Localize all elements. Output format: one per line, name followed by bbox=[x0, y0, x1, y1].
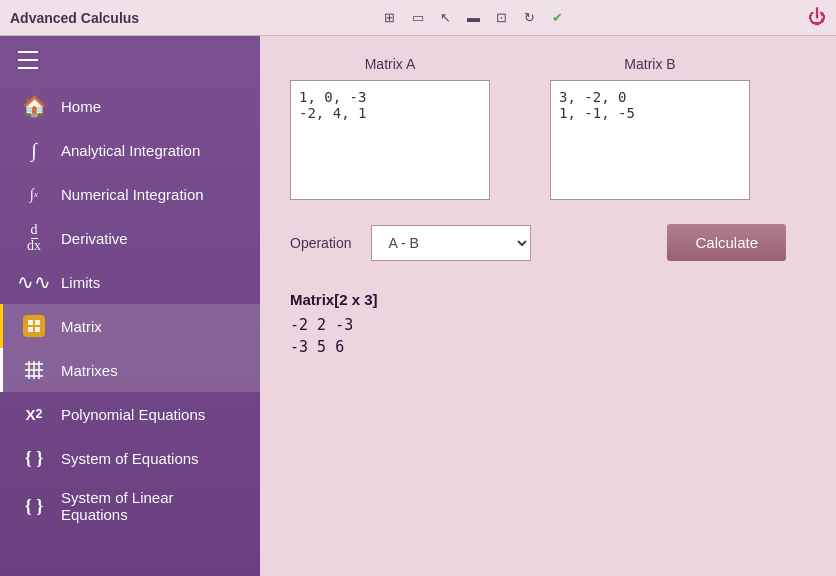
sidebar-item-home[interactable]: 🏠 Home bbox=[0, 84, 260, 128]
home-icon: 🏠 bbox=[21, 93, 47, 119]
derivative-icon: d dx bbox=[21, 225, 47, 251]
matrix-svg bbox=[27, 319, 41, 333]
hamburger-line-1 bbox=[18, 51, 38, 53]
operation-calculate-row: Operation A + B A - B A * B A / B Transp… bbox=[290, 224, 806, 261]
sidebar-item-system-equations[interactable]: { } System of Equations bbox=[0, 436, 260, 480]
toolbar-icon-2[interactable]: ▭ bbox=[407, 7, 429, 29]
toolbar-icon-6[interactable]: ↻ bbox=[519, 7, 541, 29]
system-equations-icon: { } bbox=[21, 445, 47, 471]
operation-label: Operation bbox=[290, 235, 351, 251]
toolbar-icon-5[interactable]: ⊡ bbox=[491, 7, 513, 29]
sidebar-label-analytical: Analytical Integration bbox=[61, 142, 200, 159]
numerical-integral-icon: ∫x bbox=[21, 181, 47, 207]
matrix-b-input[interactable]: 3, -2, 0 1, -1, -5 bbox=[550, 80, 750, 200]
main-layout: 🏠 Home ∫ Analytical Integration ∫x Numer… bbox=[0, 36, 836, 576]
svg-rect-3 bbox=[35, 327, 40, 332]
sidebar-label-limits: Limits bbox=[61, 274, 100, 291]
matrixes-svg bbox=[24, 360, 44, 380]
matrix-b-label: Matrix B bbox=[624, 56, 675, 72]
result-row-2: -3 5 6 bbox=[290, 338, 806, 356]
main-content: Matrix A 1, 0, -3 -2, 4, 1 Matrix B 3, -… bbox=[260, 36, 836, 576]
sidebar-label-home: Home bbox=[61, 98, 101, 115]
svg-rect-1 bbox=[35, 320, 40, 325]
hamburger-line-2 bbox=[18, 59, 38, 61]
matrix-a-label: Matrix A bbox=[365, 56, 416, 72]
sidebar-label-polynomial: Polynomial Equations bbox=[61, 406, 205, 423]
sidebar-item-analytical-integration[interactable]: ∫ Analytical Integration bbox=[0, 128, 260, 172]
sidebar-label-system-linear: System of Linear Equations bbox=[61, 489, 242, 523]
matrix-a-input[interactable]: 1, 0, -3 -2, 4, 1 bbox=[290, 80, 490, 200]
limits-icon: ∿∿ bbox=[21, 269, 47, 295]
matrix-icon bbox=[21, 313, 47, 339]
sidebar-item-derivative[interactable]: d dx Derivative bbox=[0, 216, 260, 260]
top-bar: Advanced Calculus ⊞ ▭ ↖ ▬ ⊡ ↻ ✔ ⏻ bbox=[0, 0, 836, 36]
hamburger-line-3 bbox=[18, 67, 38, 69]
matrix-b-group: Matrix B 3, -2, 0 1, -1, -5 bbox=[550, 56, 750, 200]
result-section: Matrix[2 x 3] -2 2 -3 -3 5 6 bbox=[290, 291, 806, 356]
matrixes-icon bbox=[21, 357, 47, 383]
svg-rect-0 bbox=[28, 320, 33, 325]
toolbar-icon-1[interactable]: ⊞ bbox=[379, 7, 401, 29]
sidebar-label-matrix: Matrix bbox=[61, 318, 102, 335]
power-button[interactable]: ⏻ bbox=[808, 7, 826, 28]
sidebar-item-numerical-integration[interactable]: ∫x Numerical Integration bbox=[0, 172, 260, 216]
sidebar-item-matrixes[interactable]: Matrixes bbox=[0, 348, 260, 392]
matrices-row: Matrix A 1, 0, -3 -2, 4, 1 Matrix B 3, -… bbox=[290, 56, 806, 200]
hamburger-menu[interactable] bbox=[0, 36, 260, 84]
toolbar-icon-3[interactable]: ↖ bbox=[435, 7, 457, 29]
app-title: Advanced Calculus bbox=[10, 10, 139, 26]
sidebar-item-polynomial[interactable]: X2 Polynomial Equations bbox=[0, 392, 260, 436]
sidebar-item-system-linear[interactable]: { } System of Linear Equations bbox=[0, 480, 260, 532]
result-title: Matrix[2 x 3] bbox=[290, 291, 806, 308]
sidebar-label-numerical: Numerical Integration bbox=[61, 186, 204, 203]
sidebar: 🏠 Home ∫ Analytical Integration ∫x Numer… bbox=[0, 36, 260, 576]
sidebar-label-matrixes: Matrixes bbox=[61, 362, 118, 379]
sidebar-item-matrix[interactable]: Matrix bbox=[0, 304, 260, 348]
calculate-button[interactable]: Calculate bbox=[667, 224, 786, 261]
matrix-a-group: Matrix A 1, 0, -3 -2, 4, 1 bbox=[290, 56, 490, 200]
sidebar-label-derivative: Derivative bbox=[61, 230, 128, 247]
toolbar-icon-check[interactable]: ✔ bbox=[547, 7, 569, 29]
result-row-1: -2 2 -3 bbox=[290, 316, 806, 334]
polynomial-icon: X2 bbox=[21, 401, 47, 427]
toolbar-icon-4[interactable]: ▬ bbox=[463, 7, 485, 29]
svg-rect-2 bbox=[28, 327, 33, 332]
system-linear-icon: { } bbox=[21, 493, 47, 519]
integral-icon: ∫ bbox=[21, 137, 47, 163]
toolbar-icons: ⊞ ▭ ↖ ▬ ⊡ ↻ ✔ bbox=[379, 7, 569, 29]
sidebar-label-system: System of Equations bbox=[61, 450, 199, 467]
sidebar-item-limits[interactable]: ∿∿ Limits bbox=[0, 260, 260, 304]
operation-select[interactable]: A + B A - B A * B A / B Transpose A Dete… bbox=[371, 225, 531, 261]
